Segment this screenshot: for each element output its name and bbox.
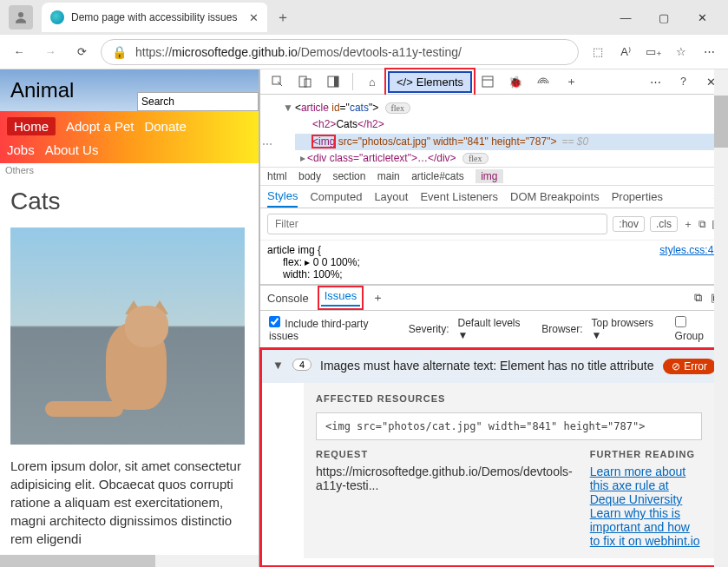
crumb-html[interactable]: html — [267, 170, 287, 182]
main-nav: Home Adopt a Pet Donate Jobs About Us — [0, 111, 259, 163]
source-link[interactable]: styles.css:45 — [659, 244, 719, 256]
dom-selected-img[interactable]: <img src="photos/cat.jpg" width="841" he… — [295, 134, 719, 150]
svg-point-0 — [18, 12, 23, 17]
lock-icon: 🔒 — [112, 45, 127, 59]
tab-title: Demo page with accessibility issues — [71, 11, 244, 23]
styles-tabs: Styles Computed Layout Event Listeners D… — [260, 186, 728, 208]
request-url[interactable]: https://microsoftedge.github.io/Demos/de… — [316, 465, 573, 492]
help-icon[interactable]: ？ — [671, 69, 695, 94]
tab-issues[interactable]: Issues — [321, 289, 361, 307]
nav-jobs[interactable]: Jobs — [7, 142, 35, 157]
browser-select[interactable]: Top browsers ▼ — [592, 317, 666, 341]
nav-donate[interactable]: Donate — [144, 119, 186, 134]
network-icon[interactable] — [531, 69, 555, 94]
issue-header[interactable]: ▼ 4 Images must have alternate text: Ele… — [262, 350, 726, 383]
search-input[interactable]: Search — [137, 92, 259, 111]
favorite-icon[interactable]: ☆ — [669, 40, 693, 64]
inspect-icon[interactable] — [266, 69, 290, 94]
maximize-icon[interactable]: ▢ — [653, 11, 674, 24]
crumb-section[interactable]: section — [332, 170, 365, 182]
cls-toggle[interactable]: .cls — [650, 216, 678, 232]
issue-message: Images must have alternate text: Element… — [320, 359, 654, 373]
url-prefix: https:// — [135, 45, 172, 59]
more-tools-icon[interactable]: ⋯ — [643, 69, 667, 94]
copy-icon[interactable]: ⧉ — [698, 218, 706, 230]
more-icon[interactable]: ⋯ — [697, 40, 721, 64]
forward-button[interactable]: → — [38, 40, 62, 64]
back-button[interactable]: ← — [7, 40, 31, 64]
page-header: Animal Search — [0, 69, 259, 111]
profile-avatar-icon[interactable] — [9, 5, 33, 30]
breadcrumb: html body section main article#cats img — [260, 167, 728, 186]
issue-count-badge: 4 — [292, 359, 312, 371]
crumb-main[interactable]: main — [377, 170, 400, 182]
tab-listeners[interactable]: Event Listeners — [420, 190, 498, 207]
tab-styles[interactable]: Styles — [267, 189, 298, 208]
styles-filter-row: :hov .cls ＋ ⧉ ▣ — [260, 208, 728, 241]
nav-home[interactable]: Home — [7, 117, 56, 135]
refresh-button[interactable]: ⟳ — [69, 40, 94, 64]
url-path: /Demos/devtools-a11y-testing/ — [298, 45, 462, 59]
tab-computed[interactable]: Computed — [310, 190, 362, 207]
plus-tab-icon[interactable]: ＋ — [559, 69, 583, 94]
group-toggle[interactable]: Group — [675, 316, 719, 342]
article-text: Lorem ipsum dolor, sit amet consectetur … — [10, 457, 248, 548]
svg-rect-2 — [299, 76, 306, 87]
drawer: Console Issues ＋ ⧉ ▣ Include third-party… — [260, 284, 728, 567]
site-title: Animal — [10, 78, 74, 102]
close-tab-icon[interactable]: ✕ — [249, 11, 259, 24]
tab-console[interactable]: Console — [267, 292, 309, 305]
tab-dombp[interactable]: DOM Breakpoints — [510, 190, 600, 207]
shopping-icon[interactable]: ⬚ — [586, 40, 610, 64]
horizontal-scrollbar[interactable] — [0, 555, 259, 567]
crumb-body[interactable]: body — [298, 170, 321, 182]
welcome-icon[interactable]: ⌂ — [360, 69, 384, 94]
reading-link-axe[interactable]: Learn more about this axe rule at Deque … — [590, 465, 686, 506]
collapse-icon[interactable]: ▼ — [272, 359, 284, 372]
elements-tab[interactable]: </> Elements — [388, 71, 472, 93]
drawer-plus-icon[interactable]: ＋ — [372, 290, 384, 306]
svg-rect-3 — [305, 79, 311, 87]
drawer-dock-icon[interactable]: ⧉ — [694, 291, 702, 305]
severity-select[interactable]: Default levels ▼ — [458, 317, 534, 341]
styles-rules[interactable]: styles.css:45 article img { flex: ▸ 0 0 … — [260, 241, 728, 284]
reading-link-webhint[interactable]: Learn why this is important and how to f… — [590, 506, 700, 548]
new-style-icon[interactable]: ＋ — [683, 217, 693, 232]
webpage-viewport: Animal Search Home Adopt a Pet Donate Jo… — [0, 69, 259, 567]
vertical-scrollbar[interactable] — [714, 69, 728, 567]
svg-rect-6 — [482, 76, 493, 87]
edge-favicon-icon — [50, 10, 64, 24]
dom-h2-open: <h2> — [312, 118, 336, 130]
close-window-icon[interactable]: ✕ — [692, 11, 712, 24]
bug-icon[interactable]: 🐞 — [503, 69, 528, 94]
devtools-panel: ⌂ </> Elements 🐞 ＋ ⋯ ？ ✕ ⋯ ▼<article id=… — [259, 69, 728, 567]
reading-label: FURTHER READING — [590, 449, 702, 459]
collections-icon[interactable]: ▭₊ — [641, 40, 666, 64]
crumb-article[interactable]: article#cats — [411, 170, 464, 182]
request-label: REQUEST — [316, 449, 573, 459]
browser-tab[interactable]: Demo page with accessibility issues ✕ — [42, 3, 267, 32]
nav-about[interactable]: About Us — [45, 142, 99, 157]
affected-code[interactable]: <img src="photos/cat.jpg" width="841" he… — [316, 412, 702, 440]
read-aloud-icon[interactable]: A⁾ — [613, 40, 638, 64]
nav-adopt[interactable]: Adopt a Pet — [66, 119, 134, 134]
hover-toggle[interactable]: :hov — [613, 216, 645, 232]
issues-panel: ▼ 4 Images must have alternate text: Ele… — [262, 350, 726, 565]
nav-others[interactable]: Others — [0, 163, 259, 177]
elements-label: Elements — [416, 76, 463, 89]
code-icon: </> — [397, 76, 413, 89]
devtools-toolbar: ⌂ </> Elements 🐞 ＋ ⋯ ？ ✕ — [260, 69, 728, 95]
styles-filter-input[interactable] — [267, 214, 607, 234]
tab-props[interactable]: Properties — [612, 190, 663, 207]
address-field[interactable]: 🔒 https://microsoftedge.github.io/Demos/… — [101, 39, 579, 65]
tab-layout[interactable]: Layout — [374, 190, 408, 207]
app-icon[interactable] — [475, 69, 500, 94]
crumb-img[interactable]: img — [475, 169, 502, 183]
dom-tree[interactable]: ⋯ ▼<article id="cats"> flex <h2>Cats</h2… — [260, 95, 728, 167]
third-party-toggle[interactable]: Include third-party issues — [269, 316, 400, 342]
new-tab-button[interactable]: ＋ — [276, 9, 290, 27]
dom-ellipsis-icon[interactable]: ⋯ — [262, 136, 274, 153]
device-toggle-icon[interactable] — [293, 69, 318, 94]
minimize-icon[interactable]: — — [615, 11, 636, 24]
dock-icon[interactable] — [321, 69, 345, 94]
